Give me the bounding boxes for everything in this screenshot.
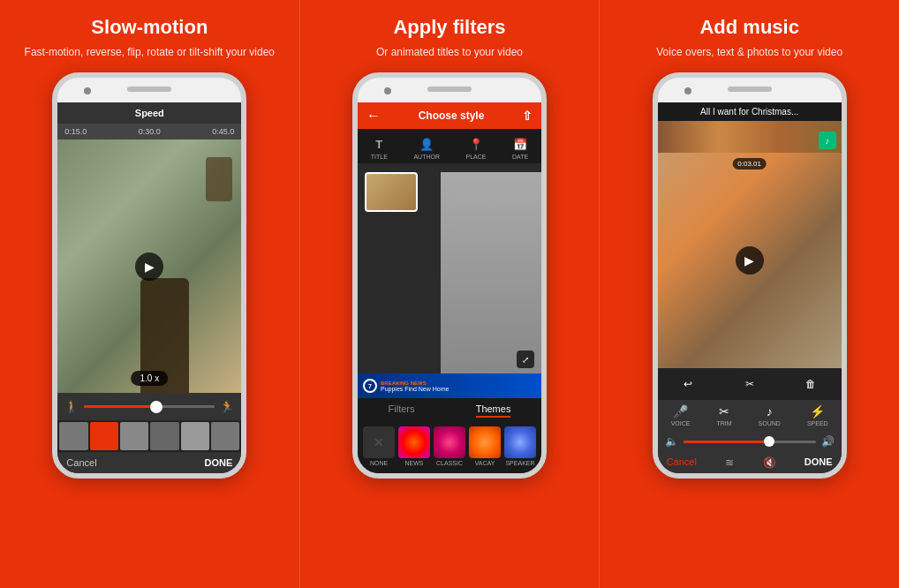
title-label: TITLE <box>371 154 388 160</box>
phone2-video-area: 7 BREAKING NEWS Puppies Find New Home ⤢ <box>358 163 541 398</box>
cancel-button1[interactable]: Cancel <box>66 457 96 468</box>
trim-icon-item[interactable]: ✂ TRIM <box>716 404 731 426</box>
expand-button[interactable]: ⤢ <box>517 351 534 368</box>
arm-detail <box>206 157 232 201</box>
filter-speaker[interactable]: SPEAKER <box>504 426 536 466</box>
timeline-t1: 0:15.0 <box>64 127 87 136</box>
timeline-t2: 0:30.0 <box>139 127 161 136</box>
filter-none-label: NONE <box>370 460 388 466</box>
play-button[interactable]: ▶ <box>135 253 163 281</box>
puppy-thumbnail <box>365 172 418 212</box>
date-label: DATE <box>512 154 528 160</box>
speed-icon-item[interactable]: ⚡ SPEED <box>807 404 828 426</box>
timeline-t3: 0:45.0 <box>212 127 234 136</box>
date-icon: 📅 <box>512 136 528 152</box>
phone1-camera <box>84 87 91 94</box>
music-badge: ♪ <box>819 132 836 149</box>
sound-icon-item[interactable]: ♪ SOUND <box>759 404 781 426</box>
phone3-play-button[interactable]: ▶ <box>736 246 764 275</box>
volume-fill <box>684 441 770 443</box>
back-arrow-icon[interactable]: ← <box>366 108 381 124</box>
film-frame-4 <box>150 422 178 450</box>
phone3-header: All I want for Christmas... <box>658 102 842 121</box>
share-icon[interactable]: ⇧ <box>522 109 533 123</box>
cut-button[interactable]: ✂ <box>739 373 760 395</box>
thumbnail-image <box>658 121 842 153</box>
add-music-panel: Add music Voice overs, text & photos to … <box>600 0 899 588</box>
date-icon-item[interactable]: 📅 DATE <box>512 136 528 160</box>
voice-icon-item[interactable]: 🎤 VOICE <box>671 404 691 426</box>
music-note-icon: ♪ <box>767 404 773 418</box>
filter-classic[interactable]: CLASSIC <box>434 426 465 466</box>
phone1-slider-area: 🚶 🏃 <box>57 393 241 420</box>
filter-vacay-thumb <box>469 426 501 458</box>
filter-none-thumb: ✕ <box>363 426 395 458</box>
author-icon: 👤 <box>419 136 434 152</box>
panel2-subtitle: Or animated titles to your video <box>376 44 523 60</box>
panel3-title: Add music <box>699 16 798 39</box>
filter-row: ✕ NONE NEWS CLASSIC VACAY SPEAKER <box>358 423 541 473</box>
film-frame-6 <box>211 422 239 450</box>
filter-speaker-thumb <box>504 426 536 458</box>
phone1-video: ▶ 1.0 x <box>57 139 241 393</box>
speed-badge: 1.0 x <box>131 371 168 386</box>
phone3-thumbnail: ♪ <box>658 121 842 153</box>
phone2-camera <box>384 87 391 94</box>
slow-icon: 🚶 <box>64 400 79 413</box>
film-frame-2 <box>90 422 118 450</box>
place-icon-item[interactable]: 📍 PLACE <box>466 136 487 160</box>
filter-speaker-label: SPEAKER <box>505 460 534 466</box>
done-button3[interactable]: DONE <box>805 456 833 469</box>
panel2-title: Apply filters <box>393 16 505 39</box>
undo-button[interactable]: ↩ <box>677 373 699 395</box>
volume-high-icon: 🔊 <box>821 435 835 448</box>
cancel-button3[interactable]: Cancel <box>667 456 697 469</box>
author-label: AUTHOR <box>413 154 440 160</box>
title-icon-item[interactable]: T TITLE <box>371 136 388 160</box>
mute-icon: 🔇 <box>763 456 776 469</box>
news-headline: Puppies Find New Home <box>381 386 449 392</box>
place-icon: 📍 <box>468 136 484 152</box>
voice-label: VOICE <box>671 420 691 426</box>
filter-none[interactable]: ✕ NONE <box>363 426 395 466</box>
filter-news-label: NEWS <box>405 460 424 466</box>
done-button1[interactable]: DONE <box>205 457 233 468</box>
filter-vacay[interactable]: VACAY <box>469 426 501 466</box>
icons-row: T TITLE 👤 AUTHOR 📍 PLACE 📅 DATE <box>358 129 541 163</box>
phone3-screen: All I want for Christmas... ♪ ▶ 0:03.01 … <box>658 102 842 473</box>
slider-fill <box>84 405 155 408</box>
filter-vacay-label: VACAY <box>475 460 495 466</box>
phone1-screen: Speed 0:15.0 0:30.0 0:45.0 ▶ 1.0 x 🚶 <box>57 102 241 473</box>
apply-filters-panel: Apply filters Or animated titles to your… <box>299 0 601 588</box>
panel3-subtitle: Voice overs, text & photos to your video <box>656 44 842 60</box>
film-frame-1 <box>59 422 87 450</box>
speed-label: SPEED <box>807 420 828 426</box>
volume-track[interactable] <box>684 441 816 443</box>
phone1-header: Speed <box>57 102 241 124</box>
delete-button[interactable]: 🗑 <box>800 373 821 395</box>
phone1-bottom: Cancel DONE <box>57 452 241 473</box>
tab-themes[interactable]: Themes <box>476 403 511 418</box>
phone3-frame: All I want for Christmas... ♪ ▶ 0:03.01 … <box>653 72 847 479</box>
author-icon-item[interactable]: 👤 AUTHOR <box>413 136 440 160</box>
choose-style-label: Choose style <box>419 109 485 122</box>
tab-filters[interactable]: Filters <box>389 403 415 418</box>
news-overlay: 7 BREAKING NEWS Puppies Find New Home <box>358 373 541 398</box>
phone3-volume: 🔈 🔊 <box>658 431 842 452</box>
phone1-timeline: 0:15.0 0:30.0 0:45.0 <box>57 124 241 139</box>
volume-thumb <box>764 436 774 447</box>
filter-classic-label: CLASSIC <box>436 460 463 466</box>
panel1-title: Slow-motion <box>91 16 208 39</box>
news-logo: 7 <box>363 379 377 393</box>
speed-gauge-icon: ⚡ <box>810 404 825 418</box>
phone1-frame: Speed 0:15.0 0:30.0 0:45.0 ▶ 1.0 x 🚶 <box>52 72 246 479</box>
phone2-frame: ← Choose style ⇧ T TITLE 👤 AUTHOR 📍 PLAC… <box>352 72 547 479</box>
phone2-screen: ← Choose style ⇧ T TITLE 👤 AUTHOR 📍 PLAC… <box>358 102 541 473</box>
place-label: PLACE <box>466 154 487 160</box>
phone3-camera <box>684 87 691 94</box>
phone1-filmstrip <box>57 420 241 452</box>
slider-track[interactable] <box>84 405 215 408</box>
phone2-header: ← Choose style ⇧ <box>358 102 541 129</box>
filter-news[interactable]: NEWS <box>398 426 430 466</box>
filter-classic-thumb <box>434 426 465 458</box>
